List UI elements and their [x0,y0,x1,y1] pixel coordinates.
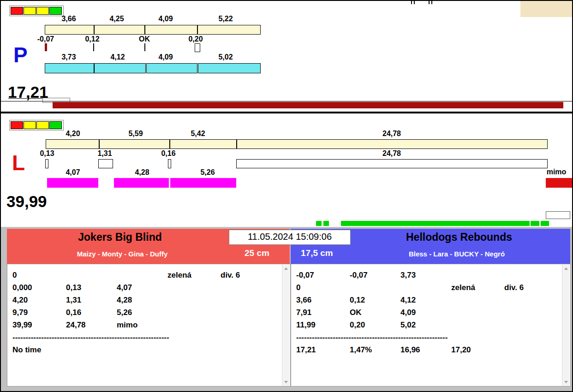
totals-row: 17,211,47%16,9617,20 [291,344,562,356]
result-cell: zelená [167,271,221,280]
lane-l-total-time: 39,99 [6,193,47,209]
delta-label: -0,07 [37,36,54,43]
results-memo-right[interactable]: -0,07-0,073,73 0zelenádiv. 6 3,660,124,1… [291,264,571,386]
delta-label: OK [139,36,150,43]
team-left-height-category: 25 cm [245,248,269,258]
delta-marker [236,159,548,168]
run-split-bar [114,178,169,188]
result-row: 11,990,205,02 [291,319,562,331]
result-cell: 4,28 [117,296,167,305]
green-marker [316,221,322,226]
split-time-label: 3,73 [61,53,76,61]
reference-split-bar [45,25,261,35]
run-split-bar [45,63,94,73]
bar-divider [197,25,198,34]
progress-track-line [1,101,572,101]
reference-split-bar [46,139,548,149]
split-time-label: 4,12 [110,53,125,61]
bar-divider [236,140,237,148]
team-right-name: Hellodogs Rebounds [351,231,567,244]
progress-marker-box [546,211,570,219]
split-time-label: 4,28 [135,169,149,176]
result-cell: 0,13 [66,283,117,292]
result-cell: 4,20 [12,296,66,305]
traffic-light-red [11,121,23,129]
bar-divider [99,140,100,148]
bar-divider [144,25,145,34]
scroll-up-button[interactable] [562,265,570,272]
chevron-up-icon [564,267,568,270]
bar-divider [94,25,95,34]
run-split-bar [146,63,197,73]
team-right-height-category: 17,5 cm [301,248,333,258]
separator-row: ----------------------------------------… [7,331,282,344]
chevron-down-icon [564,381,568,383]
chevron-down-icon [284,381,288,383]
result-cell: 0,20 [350,321,400,330]
result-cell: 1,31 [66,296,117,305]
run-split-bar [47,178,98,188]
traffic-light-red [11,7,23,15]
green-marker [531,221,539,226]
result-cell: -0,07 [350,271,400,280]
split-time-label: 4,09 [158,15,173,23]
scroll-up-button[interactable] [282,265,290,272]
traffic-light-green [49,121,62,129]
split-time-label: 4,20 [66,130,80,137]
result-cell: 9,79 [12,308,66,317]
result-cell: div. 6 [504,283,562,292]
lane-l-panel: 4,20 5,59 5,42 24,78 0,13 1,31 0,16 24,7… [1,113,572,227]
traffic-light-yellow [36,7,49,15]
result-cell: OK [350,308,400,317]
result-row: 0zelenádiv. 6 [7,269,282,281]
result-row: 9,790,165,26 [7,306,282,319]
chevron-up-icon [284,267,288,270]
delta-marker [93,43,94,51]
result-row: 7,91OK4,09 [291,306,562,319]
result-cell: 4,09 [400,308,451,317]
result-cell: 4,12 [400,296,451,305]
split-time-label: 5,22 [218,15,233,23]
result-cell: 0,000 [12,283,66,292]
separator-dashes: ----------------------------------------… [12,333,169,342]
result-cell: 3,73 [400,271,451,280]
lane-l-letter: L [12,152,25,173]
delta-label: 0,20 [188,36,203,43]
delta-marker [168,159,171,168]
run-split-bar [170,178,236,188]
total-cell: 17,20 [451,345,504,355]
result-cell: 0,16 [66,308,117,317]
result-cell: 0 [296,283,350,292]
total-time-cell: 17,21 [296,345,350,355]
split-time-label: 5,26 [200,169,215,176]
out-label: mimo [547,168,567,176]
result-cell: 0 [12,271,66,280]
datetime-display: 11.05.2024 15:09:06 [229,230,351,245]
bar-divider [169,140,170,148]
results-text-left: 0zelenádiv. 6 0,0000,134,07 4,201,314,28… [7,269,282,356]
result-cell: 3,66 [296,296,350,305]
scroll-down-button[interactable] [562,378,570,386]
scroll-down-button[interactable] [282,378,290,386]
split-time-label: 4,09 [158,53,173,61]
team-left-name: Jokers Big Blind [7,231,233,244]
traffic-light-yellow [36,121,49,129]
scrollbar[interactable] [562,265,570,386]
result-cell: -0,07 [296,271,350,280]
run-split-bar [94,63,146,73]
result-cell: div. 6 [221,271,282,280]
delta-marker [98,159,113,168]
agility-timer-window: 3,66 4,25 4,09 5,22 -0,07 0,12 OK 0,20 3… [0,0,573,392]
result-cell: zelená [451,283,504,292]
run-split-bar [198,63,261,73]
delta-label: 0,13 [40,150,54,157]
results-memo-left[interactable]: 0zelenádiv. 6 0,0000,134,07 4,201,314,28… [7,264,291,386]
result-cell: 39,99 [12,321,66,330]
scrollbar[interactable] [282,265,290,386]
green-marker [323,221,329,226]
result-row: 3,660,124,12 [291,294,562,306]
result-cell: 11,99 [296,321,350,330]
traffic-light-yellow [24,121,36,129]
split-time-label: 5,59 [128,130,143,137]
split-time-label: 24,78 [382,130,401,137]
